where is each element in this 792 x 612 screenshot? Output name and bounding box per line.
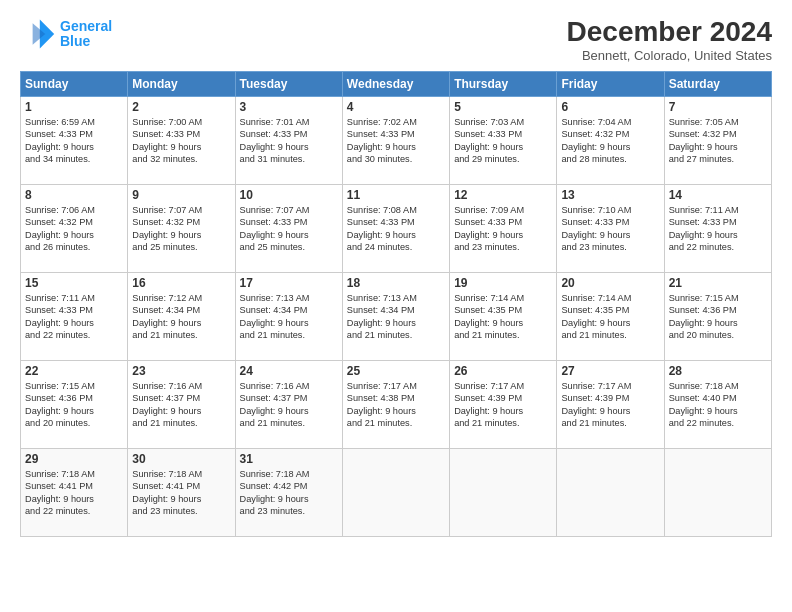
day-number: 17 (240, 276, 338, 290)
day-number: 24 (240, 364, 338, 378)
calendar-cell: 11Sunrise: 7:08 AMSunset: 4:33 PMDayligh… (342, 185, 449, 273)
day-number: 9 (132, 188, 230, 202)
day-number: 14 (669, 188, 767, 202)
calendar-table: SundayMondayTuesdayWednesdayThursdayFrid… (20, 71, 772, 537)
calendar-day-header: Tuesday (235, 72, 342, 97)
day-number: 12 (454, 188, 552, 202)
cell-info: Sunrise: 7:12 AMSunset: 4:34 PMDaylight:… (132, 292, 230, 342)
cell-info: Sunrise: 7:13 AMSunset: 4:34 PMDaylight:… (347, 292, 445, 342)
calendar-cell: 13Sunrise: 7:10 AMSunset: 4:33 PMDayligh… (557, 185, 664, 273)
cell-info: Sunrise: 7:15 AMSunset: 4:36 PMDaylight:… (25, 380, 123, 430)
subtitle: Bennett, Colorado, United States (567, 48, 772, 63)
calendar-cell: 10Sunrise: 7:07 AMSunset: 4:33 PMDayligh… (235, 185, 342, 273)
day-number: 13 (561, 188, 659, 202)
calendar-header-row: SundayMondayTuesdayWednesdayThursdayFrid… (21, 72, 772, 97)
calendar-day-header: Monday (128, 72, 235, 97)
calendar-cell: 25Sunrise: 7:17 AMSunset: 4:38 PMDayligh… (342, 361, 449, 449)
calendar-cell: 12Sunrise: 7:09 AMSunset: 4:33 PMDayligh… (450, 185, 557, 273)
day-number: 20 (561, 276, 659, 290)
calendar-cell: 23Sunrise: 7:16 AMSunset: 4:37 PMDayligh… (128, 361, 235, 449)
calendar-cell: 5Sunrise: 7:03 AMSunset: 4:33 PMDaylight… (450, 97, 557, 185)
cell-info: Sunrise: 7:18 AMSunset: 4:41 PMDaylight:… (132, 468, 230, 518)
cell-info: Sunrise: 7:00 AMSunset: 4:33 PMDaylight:… (132, 116, 230, 166)
calendar-cell: 31Sunrise: 7:18 AMSunset: 4:42 PMDayligh… (235, 449, 342, 537)
cell-info: Sunrise: 7:18 AMSunset: 4:42 PMDaylight:… (240, 468, 338, 518)
calendar-day-header: Thursday (450, 72, 557, 97)
day-number: 31 (240, 452, 338, 466)
cell-info: Sunrise: 7:18 AMSunset: 4:41 PMDaylight:… (25, 468, 123, 518)
calendar-cell: 26Sunrise: 7:17 AMSunset: 4:39 PMDayligh… (450, 361, 557, 449)
logo: General Blue (20, 16, 112, 52)
calendar-cell: 15Sunrise: 7:11 AMSunset: 4:33 PMDayligh… (21, 273, 128, 361)
calendar-week-row: 29Sunrise: 7:18 AMSunset: 4:41 PMDayligh… (21, 449, 772, 537)
logo-icon (20, 16, 56, 52)
cell-info: Sunrise: 7:09 AMSunset: 4:33 PMDaylight:… (454, 204, 552, 254)
calendar-week-row: 8Sunrise: 7:06 AMSunset: 4:32 PMDaylight… (21, 185, 772, 273)
calendar-cell: 28Sunrise: 7:18 AMSunset: 4:40 PMDayligh… (664, 361, 771, 449)
cell-info: Sunrise: 6:59 AMSunset: 4:33 PMDaylight:… (25, 116, 123, 166)
day-number: 28 (669, 364, 767, 378)
cell-info: Sunrise: 7:01 AMSunset: 4:33 PMDaylight:… (240, 116, 338, 166)
cell-info: Sunrise: 7:04 AMSunset: 4:32 PMDaylight:… (561, 116, 659, 166)
calendar-cell (342, 449, 449, 537)
day-number: 1 (25, 100, 123, 114)
day-number: 7 (669, 100, 767, 114)
day-number: 5 (454, 100, 552, 114)
day-number: 19 (454, 276, 552, 290)
day-number: 8 (25, 188, 123, 202)
day-number: 16 (132, 276, 230, 290)
calendar-day-header: Saturday (664, 72, 771, 97)
day-number: 25 (347, 364, 445, 378)
calendar-cell: 4Sunrise: 7:02 AMSunset: 4:33 PMDaylight… (342, 97, 449, 185)
day-number: 29 (25, 452, 123, 466)
calendar-cell: 8Sunrise: 7:06 AMSunset: 4:32 PMDaylight… (21, 185, 128, 273)
calendar-day-header: Friday (557, 72, 664, 97)
calendar-cell (664, 449, 771, 537)
cell-info: Sunrise: 7:10 AMSunset: 4:33 PMDaylight:… (561, 204, 659, 254)
cell-info: Sunrise: 7:05 AMSunset: 4:32 PMDaylight:… (669, 116, 767, 166)
calendar-week-row: 15Sunrise: 7:11 AMSunset: 4:33 PMDayligh… (21, 273, 772, 361)
cell-info: Sunrise: 7:13 AMSunset: 4:34 PMDaylight:… (240, 292, 338, 342)
cell-info: Sunrise: 7:07 AMSunset: 4:32 PMDaylight:… (132, 204, 230, 254)
day-number: 23 (132, 364, 230, 378)
calendar-cell: 9Sunrise: 7:07 AMSunset: 4:32 PMDaylight… (128, 185, 235, 273)
calendar-cell: 29Sunrise: 7:18 AMSunset: 4:41 PMDayligh… (21, 449, 128, 537)
calendar-cell: 17Sunrise: 7:13 AMSunset: 4:34 PMDayligh… (235, 273, 342, 361)
calendar-day-header: Wednesday (342, 72, 449, 97)
calendar-cell: 3Sunrise: 7:01 AMSunset: 4:33 PMDaylight… (235, 97, 342, 185)
cell-info: Sunrise: 7:08 AMSunset: 4:33 PMDaylight:… (347, 204, 445, 254)
day-number: 11 (347, 188, 445, 202)
calendar-cell: 2Sunrise: 7:00 AMSunset: 4:33 PMDaylight… (128, 97, 235, 185)
calendar-cell: 22Sunrise: 7:15 AMSunset: 4:36 PMDayligh… (21, 361, 128, 449)
calendar-cell: 21Sunrise: 7:15 AMSunset: 4:36 PMDayligh… (664, 273, 771, 361)
day-number: 2 (132, 100, 230, 114)
calendar-cell (557, 449, 664, 537)
cell-info: Sunrise: 7:11 AMSunset: 4:33 PMDaylight:… (669, 204, 767, 254)
day-number: 22 (25, 364, 123, 378)
cell-info: Sunrise: 7:15 AMSunset: 4:36 PMDaylight:… (669, 292, 767, 342)
calendar-day-header: Sunday (21, 72, 128, 97)
day-number: 21 (669, 276, 767, 290)
logo-text: General Blue (60, 19, 112, 50)
calendar-cell: 18Sunrise: 7:13 AMSunset: 4:34 PMDayligh… (342, 273, 449, 361)
calendar-cell: 27Sunrise: 7:17 AMSunset: 4:39 PMDayligh… (557, 361, 664, 449)
day-number: 6 (561, 100, 659, 114)
cell-info: Sunrise: 7:17 AMSunset: 4:39 PMDaylight:… (454, 380, 552, 430)
day-number: 30 (132, 452, 230, 466)
page: General Blue December 2024 Bennett, Colo… (0, 0, 792, 612)
day-number: 10 (240, 188, 338, 202)
day-number: 15 (25, 276, 123, 290)
cell-info: Sunrise: 7:02 AMSunset: 4:33 PMDaylight:… (347, 116, 445, 166)
calendar-cell: 7Sunrise: 7:05 AMSunset: 4:32 PMDaylight… (664, 97, 771, 185)
calendar-cell: 20Sunrise: 7:14 AMSunset: 4:35 PMDayligh… (557, 273, 664, 361)
header: General Blue December 2024 Bennett, Colo… (20, 16, 772, 63)
cell-info: Sunrise: 7:06 AMSunset: 4:32 PMDaylight:… (25, 204, 123, 254)
cell-info: Sunrise: 7:17 AMSunset: 4:38 PMDaylight:… (347, 380, 445, 430)
day-number: 18 (347, 276, 445, 290)
day-number: 3 (240, 100, 338, 114)
day-number: 27 (561, 364, 659, 378)
cell-info: Sunrise: 7:07 AMSunset: 4:33 PMDaylight:… (240, 204, 338, 254)
cell-info: Sunrise: 7:03 AMSunset: 4:33 PMDaylight:… (454, 116, 552, 166)
calendar-week-row: 22Sunrise: 7:15 AMSunset: 4:36 PMDayligh… (21, 361, 772, 449)
cell-info: Sunrise: 7:18 AMSunset: 4:40 PMDaylight:… (669, 380, 767, 430)
